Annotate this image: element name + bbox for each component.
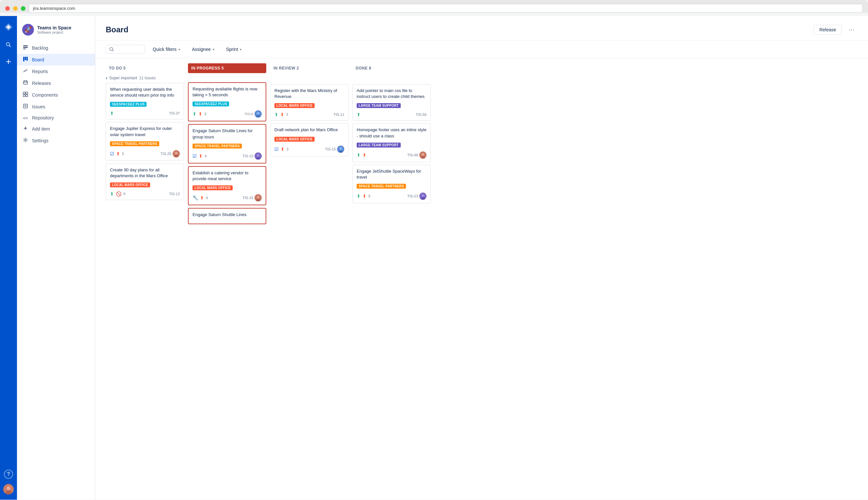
avatar-tis8 (254, 110, 262, 117)
assignee-filter-button[interactable]: Assignee ▾ (188, 45, 218, 54)
svg-rect-20 (26, 95, 28, 96)
svg-point-26 (25, 139, 26, 141)
column-header-done: DONE 8 (352, 63, 431, 73)
card-tis15b[interactable]: Establish a catering vendor to provide m… (188, 166, 266, 205)
check-icon-tis15c: ☑ (274, 147, 279, 152)
card-footer-tis15c: ☑ ⬆ 3 TIS-15 (274, 146, 344, 153)
card-meta-tis11: ⬆ ⬆ 3 (274, 112, 288, 117)
card-tis37[interactable]: When requesting user details the service… (106, 83, 184, 120)
card-footer-tis68: ⬆ ⬆ TIS-68 (357, 151, 426, 159)
column-title-done: DONE 8 (356, 66, 372, 70)
svg-rect-19 (23, 95, 25, 96)
card-saturn-shuttle[interactable]: Engage Saturn Shuttle Lines (188, 208, 266, 224)
sidebar-item-repository[interactable]: <> Repository (17, 113, 95, 123)
card-title-tis15c: Draft network plan for Mars Office (274, 127, 344, 133)
count-tis11: 3 (286, 113, 288, 116)
release-button[interactable]: Release (814, 25, 842, 35)
releases-label: Releases (32, 81, 51, 86)
sprint-chevron: ▾ (240, 48, 241, 51)
quick-filters-button[interactable]: Quick filters ▾ (149, 45, 184, 54)
more-options-button[interactable]: ··· (845, 24, 858, 35)
svg-point-39 (257, 196, 260, 198)
svg-rect-18 (26, 92, 28, 94)
check-icon-tis25: ☑ (110, 151, 114, 156)
sidebar-item-backlog[interactable]: Backlog (17, 42, 95, 54)
address-bar[interactable]: jira.teamsinspace.com (29, 4, 863, 13)
priority-icon-tis15c: ⬆ (281, 147, 285, 152)
sidebar-item-reports[interactable]: Reports (17, 66, 95, 77)
card-tis25[interactable]: Engage Jupiter Express for outer solar s… (106, 122, 184, 161)
project-name: Teams in Space (37, 25, 71, 30)
sidebar-item-add-item[interactable]: Add item (17, 123, 95, 135)
card-meta-tis37: ⬆ (110, 111, 114, 116)
card-tis8[interactable]: Requesting available flights is now taki… (188, 82, 266, 122)
card-id-tis56: TIS-56 (416, 113, 426, 116)
card-footer-tis56: ⬆ TIS-56 (357, 112, 426, 117)
card-tag-tis11: LOCAL MARS OFFICE (274, 103, 315, 108)
card-tis15c[interactable]: Draft network plan for Mars Office LOCAL… (270, 123, 349, 156)
column-title-todo: TO DO 5 (109, 66, 126, 70)
group-toggle[interactable]: ▾ (106, 76, 107, 80)
card-title-tis56: Add pointer to main css file to instruct… (357, 88, 426, 100)
app-logo[interactable] (3, 21, 14, 33)
user-avatar[interactable] (3, 484, 14, 495)
card-tag-tis37: SEESPACEEZ PLUS (110, 102, 147, 107)
svg-rect-7 (23, 45, 28, 46)
traffic-light-red[interactable] (5, 6, 10, 11)
nav-help-icon[interactable]: ? (4, 470, 13, 479)
repository-icon: <> (22, 115, 29, 121)
card-footer-tis37: ⬆ TIS-37 (110, 111, 180, 116)
nav-search-icon[interactable] (3, 39, 14, 50)
card-tag-tis56: LARGE TEAM SUPPORT (357, 103, 401, 108)
count-tis25: 5 (122, 152, 124, 156)
sidebar-item-board[interactable]: Board (17, 54, 95, 66)
card-tis11[interactable]: Register with the Mars Ministry of Reven… (270, 84, 349, 121)
svg-line-28 (113, 50, 114, 52)
nav-create-icon[interactable] (3, 56, 14, 67)
card-meta-tis23: ⬆ ⬆ 5 (357, 194, 370, 199)
traffic-light-green[interactable] (21, 6, 25, 11)
card-tis15a[interactable]: Engage Saturn Shuttle Lines for group to… (188, 124, 266, 163)
card-tag-tis25: SPACE TRAVEL PARTNERS (110, 141, 159, 146)
card-id-tis23: TIS-23 (407, 194, 418, 198)
card-id-tis15b: TIS-15 (242, 196, 253, 200)
settings-label: Settings (32, 138, 49, 143)
card-id-tis37: TIS-37 (169, 111, 180, 115)
story-icon-tis8: ⬆ (193, 111, 196, 116)
card-tis12[interactable]: Create 90 day plans for all departments … (106, 163, 184, 200)
card-meta-tis12: ⬆ 🚫 9 (110, 191, 125, 196)
search-box[interactable] (106, 45, 145, 54)
card-id-tis15c: TIS-15 (325, 147, 336, 151)
board-toolbar: Quick filters ▾ Assignee ▾ Sprint ▾ (95, 41, 868, 58)
issues-icon (22, 103, 29, 110)
column-header-todo: TO DO 5 (106, 63, 184, 73)
story-icon-tis11: ⬆ (274, 112, 278, 117)
inprogress-cards: Requesting available flights is now taki… (188, 82, 266, 224)
card-meta-tis15b: 🔧 ⬆ 4 (193, 195, 208, 201)
card-tis56[interactable]: Add pointer to main css file to instruct… (352, 84, 431, 121)
svg-point-45 (422, 153, 424, 156)
traffic-light-yellow[interactable] (13, 6, 18, 11)
card-tis23[interactable]: Engage JetShuttle SpaceWays for travel S… (352, 165, 431, 203)
card-title-tis8: Requesting available flights is now taki… (193, 86, 262, 98)
column-inprogress: IN PROGRESS 5 Requesting available fligh… (188, 63, 266, 495)
card-meta-tis15c: ☑ ⬆ 3 (274, 147, 288, 152)
card-footer-tis11: ⬆ ⬆ 3 TIS-11 (274, 112, 344, 117)
avatar-tis15c (337, 146, 344, 153)
sidebar-item-releases[interactable]: Releases (17, 77, 95, 89)
count-tis8: 3 (204, 112, 206, 116)
group-count: 11 issues (139, 76, 156, 80)
sprint-filter-button[interactable]: Sprint ▾ (222, 45, 246, 54)
column-title-inprogress: IN PROGRESS 5 (191, 66, 224, 70)
card-title-tis12: Create 90 day plans for all departments … (110, 167, 180, 179)
wrench-icon-tis15b: 🔧 (193, 195, 198, 201)
sidebar-item-settings[interactable]: Settings (17, 135, 95, 147)
sidebar-item-issues[interactable]: Issues (17, 101, 95, 113)
board-columns: TO DO 5 ▾ Super important 11 issues When… (106, 63, 858, 495)
priority-icon-tis15a: ⬆ (199, 154, 203, 159)
add-item-label: Add item (32, 126, 50, 132)
svg-line-1 (9, 45, 11, 47)
card-tis68[interactable]: Homepage footer uses an inline style - s… (352, 123, 431, 162)
count-tis23: 5 (368, 194, 370, 198)
sidebar-item-components[interactable]: Components (17, 89, 95, 101)
